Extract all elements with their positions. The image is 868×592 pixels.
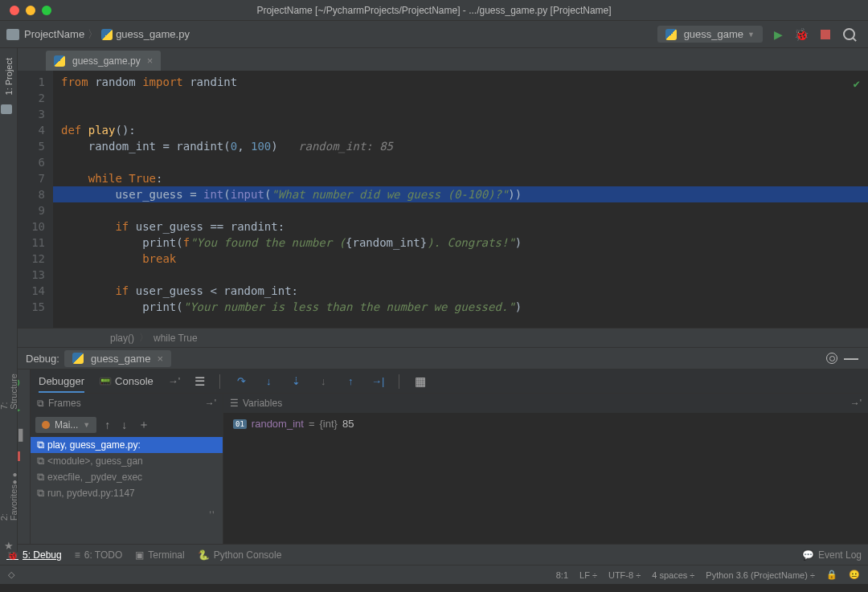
frame-list[interactable]: ⧉play, guess_game.py: ⧉<module>, guess_g… <box>31 437 223 544</box>
evaluate-icon[interactable]: ▦ <box>414 375 427 388</box>
close-tab-icon[interactable]: × <box>147 55 154 67</box>
run-config-selector[interactable]: guess_game ▼ <box>657 26 763 43</box>
console-tab[interactable]: 📟Console <box>99 375 154 387</box>
variable-row[interactable]: 01 random_int = {int} 85 <box>223 413 868 435</box>
add-frame-icon[interactable]: ＋ <box>135 416 153 434</box>
force-step-icon[interactable]: ↓ <box>317 375 330 388</box>
restore-layout-icon[interactable]: →' <box>850 398 862 409</box>
left-tool-stripe-2: 7: Structure 2: Favorites ★ <box>0 347 18 552</box>
vars-icon: ☰ <box>230 398 239 409</box>
debug-session-tab[interactable]: guess_game × <box>64 350 171 367</box>
step-out-icon[interactable]: ↑ <box>344 375 357 388</box>
frames-header: ⧉ Frames →' <box>31 394 223 413</box>
status-button-icon[interactable]: ◇ <box>8 570 14 580</box>
frames-stack-icon: ⧉ <box>37 398 44 409</box>
inspector-icon[interactable]: 😐 <box>849 570 860 580</box>
frames-label: Frames <box>48 398 81 409</box>
lock-icon[interactable]: 🔒 <box>826 570 837 580</box>
next-frame-icon[interactable]: ↓ <box>118 417 130 433</box>
python-interpreter[interactable]: Python 3.6 (ProjectName) ÷ <box>706 570 815 580</box>
zoom-window-button[interactable] <box>42 6 51 15</box>
breadcrumb-project[interactable]: ProjectName <box>24 28 84 40</box>
step-into-icon[interactable]: ↓ <box>262 375 275 388</box>
chevron-down-icon: ▼ <box>83 421 90 429</box>
close-window-button[interactable] <box>10 6 19 15</box>
editor-tab-label: guess_game.py <box>72 55 141 67</box>
frame-item[interactable]: ⧉execfile, _pydev_exec <box>31 469 223 485</box>
window-title: ProjectName [~/PycharmProjects/ProjectNa… <box>0 5 868 16</box>
view-breakpoints-icon[interactable]: ●● <box>12 471 17 485</box>
step-into-my-icon[interactable]: ⇣ <box>289 375 302 388</box>
status-bar: ◇ 8:1 LF ÷ UTF-8 ÷ 4 spaces ÷ Python 3.6… <box>0 565 868 584</box>
thread-selector[interactable]: Mai... ▼ <box>35 417 96 433</box>
editor-breadcrumbs[interactable]: play() 〉 while True <box>18 328 868 347</box>
indent-setting[interactable]: 4 spaces ÷ <box>652 570 694 580</box>
minimize-window-button[interactable] <box>26 6 35 15</box>
frames-toolbar: Mai... ▼ ↑ ↓ ＋ <box>31 413 223 437</box>
line-separator[interactable]: LF ÷ <box>579 570 597 580</box>
var-value: 85 <box>342 418 354 430</box>
step-over-icon[interactable]: ↷ <box>235 375 248 388</box>
close-session-icon[interactable]: × <box>157 353 163 365</box>
event-log-tab[interactable]: 💬Event Log <box>802 549 862 561</box>
restore-layout-icon[interactable]: →' <box>205 398 216 409</box>
python-file-icon <box>54 55 65 67</box>
crumb-function[interactable]: play() <box>110 333 134 344</box>
run-button[interactable]: ▶ <box>774 28 783 41</box>
prev-frame-icon[interactable]: ↑ <box>101 417 113 433</box>
var-type-badge: 01 <box>233 419 247 429</box>
editor-tab-guess-game[interactable]: guess_game.py × <box>46 51 161 71</box>
debug-tool-header: 7: Structure 2: Favorites ★ Debug: guess… <box>0 347 868 369</box>
caret-position[interactable]: 8:1 <box>556 570 568 580</box>
bottom-tool-tabs: 🐞5: Debug ≡6: TODO ▣Terminal 🐍Python Con… <box>0 544 868 565</box>
crumb-block[interactable]: while True <box>154 333 198 344</box>
left-tool-stripe: 1: Project <box>0 48 18 347</box>
var-type: {int} <box>319 418 337 430</box>
navigation-bar: ProjectName 〉 guess_game.py guess_game ▼… <box>0 21 868 48</box>
frame-item[interactable]: ⧉run, pydevd.py:1147 <box>31 485 223 501</box>
var-name: random_int <box>252 418 304 430</box>
breadcrumb-file[interactable]: guess_game.py <box>116 28 190 40</box>
debugger-tab[interactable]: Debugger <box>39 375 84 393</box>
debug-label: Debug: <box>26 353 59 365</box>
python-icon <box>665 29 677 40</box>
stop-button[interactable] <box>821 30 830 39</box>
threads-icon[interactable]: ☰ <box>194 374 205 389</box>
folder-icon <box>6 29 19 40</box>
settings-icon[interactable] <box>826 353 837 364</box>
thread-name: Mai... <box>55 419 78 431</box>
breadcrumb-sep: 〉 <box>88 27 98 42</box>
variables-pane: ☰ Variables →' 01 random_int = {int} 85 <box>223 394 868 544</box>
folder-tool-icon[interactable] <box>1 104 12 114</box>
search-everywhere-icon[interactable] <box>843 28 855 40</box>
project-tool-button[interactable]: 1: Project <box>4 55 14 98</box>
window-controls <box>10 6 51 15</box>
editor-gutter[interactable]: 1234567 8 9101112131415 <box>18 71 53 328</box>
chevron-down-icon: ▼ <box>747 31 755 39</box>
frame-item[interactable]: ⧉<module>, guess_gan <box>31 453 223 469</box>
debug-button[interactable]: 🐞 <box>794 27 809 42</box>
run-to-cursor-icon[interactable]: →| <box>371 375 384 388</box>
variables-label: Variables <box>243 398 282 409</box>
python-icon <box>72 353 84 364</box>
hide-tool-icon[interactable]: — <box>844 350 858 367</box>
python-console-tab[interactable]: 🐍Python Console <box>198 549 282 561</box>
frames-pane: ⧉ Frames →' Mai... ▼ ↑ ↓ ＋ <box>31 394 223 544</box>
window-titlebar: ProjectName [~/PycharmProjects/ProjectNa… <box>0 0 868 21</box>
frame-item[interactable]: ⧉play, guess_game.py: <box>31 437 223 453</box>
debugger-toolbar: Debugger 📟Console →' ☰ ↷ ↓ ⇣ ↓ ↑ →| ▦ <box>31 369 868 394</box>
variables-header: ☰ Variables →' <box>223 394 868 413</box>
debug-session-name: guess_game <box>91 353 150 365</box>
file-encoding[interactable]: UTF-8 ÷ <box>608 570 641 580</box>
editor-tabs: guess_game.py × <box>18 48 868 71</box>
python-file-icon <box>101 29 113 40</box>
thread-status-icon <box>42 421 50 429</box>
structure-tool-button[interactable]: 7: Structure <box>0 363 18 413</box>
output-icon[interactable]: →' <box>168 375 180 387</box>
code-editor[interactable]: ✔ 1234567 8 9101112131415 from random im… <box>18 71 868 328</box>
terminal-tool-tab[interactable]: ▣Terminal <box>135 549 184 561</box>
run-config-name: guess_game <box>684 28 743 40</box>
todo-tool-tab[interactable]: ≡6: TODO <box>75 549 123 561</box>
code-lines[interactable]: from random import randint def play(): r… <box>53 71 868 328</box>
